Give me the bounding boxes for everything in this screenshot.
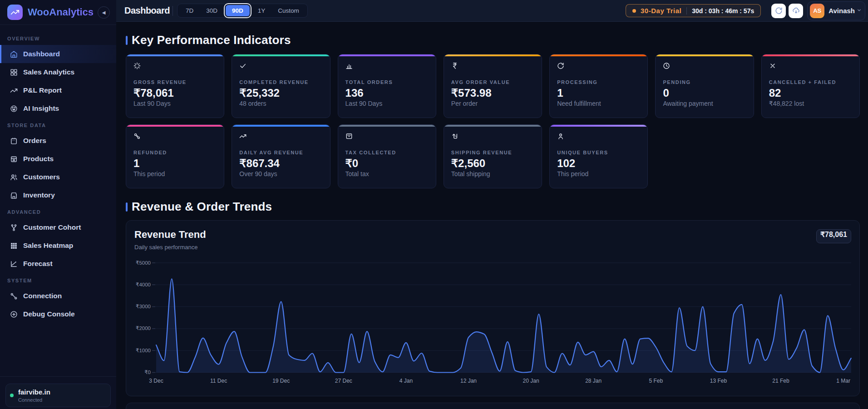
- svg-text:21 Feb: 21 Feb: [772, 378, 789, 384]
- svg-text:₹2000: ₹2000: [136, 325, 151, 331]
- svg-text:4 Jan: 4 Jan: [399, 378, 413, 384]
- svg-text:28 Jan: 28 Jan: [585, 378, 602, 384]
- svg-text:19 Dec: 19 Dec: [272, 378, 290, 384]
- svg-text:₹4000: ₹4000: [136, 282, 151, 287]
- svg-text:3 Dec: 3 Dec: [149, 378, 163, 384]
- svg-text:₹1000: ₹1000: [136, 348, 151, 353]
- svg-text:13 Feb: 13 Feb: [710, 378, 727, 384]
- svg-text:₹3000: ₹3000: [136, 304, 151, 309]
- svg-text:11 Dec: 11 Dec: [210, 378, 227, 384]
- svg-text:12 Jan: 12 Jan: [460, 378, 477, 384]
- svg-text:1 Mar: 1 Mar: [836, 378, 850, 384]
- svg-text:₹5000: ₹5000: [136, 260, 151, 266]
- svg-text:₹0: ₹0: [144, 370, 151, 375]
- svg-text:20 Jan: 20 Jan: [523, 378, 539, 384]
- svg-text:27 Dec: 27 Dec: [335, 378, 352, 384]
- svg-text:5 Feb: 5 Feb: [649, 378, 663, 384]
